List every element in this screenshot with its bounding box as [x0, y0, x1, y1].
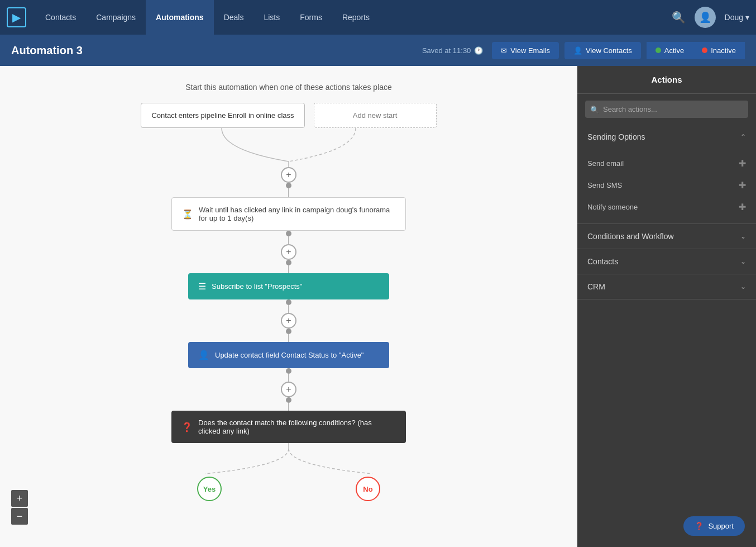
line-5 [288, 334, 289, 342]
zoom-out-button[interactable]: − [11, 508, 28, 525]
list-icon: ☰ [198, 281, 206, 292]
no-branch[interactable]: No [356, 477, 380, 501]
nav-right: 🔍 👤 Doug ▾ [672, 7, 749, 28]
inactive-dot [702, 47, 707, 53]
dot-6 [286, 368, 291, 374]
line-1 [288, 188, 289, 197]
right-panel: Actions 🔍 Sending Options ⌃ Send email ✚… [577, 66, 756, 547]
add-step-1[interactable]: + [281, 167, 296, 183]
nav-automations[interactable]: Automations [146, 0, 214, 35]
search-icon[interactable]: 🔍 [672, 11, 686, 24]
send-sms-item[interactable]: Send SMS ✚ [577, 174, 756, 196]
connector-4: + [281, 368, 296, 411]
chevron-down-icon: ⌄ [740, 283, 746, 291]
top-nav: ▶ Contacts Campaigns Automations Deals L… [0, 0, 756, 35]
line-7 [288, 403, 289, 411]
add-step-3[interactable]: + [281, 313, 296, 329]
person-icon: 👤 [198, 350, 209, 360]
add-step-2[interactable]: + [281, 244, 296, 260]
sending-options-header[interactable]: Sending Options ⌃ [577, 125, 756, 149]
branch-row: Yes No [197, 477, 380, 501]
chevron-down-icon: ⌄ [740, 232, 746, 240]
main-layout: Start this automation when one of these … [0, 66, 756, 547]
search-actions-input[interactable] [585, 101, 748, 118]
saved-info: Saved at 11:30 🕐 [422, 46, 483, 55]
sending-options-section: Sending Options ⌃ Send email ✚ Send SMS … [577, 125, 756, 224]
sending-options-body: Send email ✚ Send SMS ✚ Notify someone ✚ [577, 149, 756, 223]
send-email-item[interactable]: Send email ✚ [577, 153, 756, 174]
contacts-icon: 👤 [573, 46, 582, 55]
connector-3: + [281, 299, 296, 342]
drag-handle-icon: ✚ [739, 180, 746, 191]
start-triggers: Contact enters pipeline Enroll in online… [141, 103, 436, 128]
search-actions: 🔍 [585, 101, 748, 118]
dot-1 [286, 183, 291, 188]
zoom-in-button[interactable]: + [11, 490, 28, 507]
active-dot [655, 47, 661, 53]
conditions-workflow-header[interactable]: Conditions and Workflow ⌄ [577, 224, 756, 249]
question-icon: ❓ [181, 422, 193, 432]
update-node[interactable]: 👤 Update contact field Contact Status to… [188, 342, 389, 368]
contacts-header[interactable]: Contacts ⌄ [577, 249, 756, 274]
trigger-box-1[interactable]: Contact enters pipeline Enroll in online… [141, 103, 304, 128]
panel-title: Actions [577, 66, 756, 94]
header-actions: ✉ View Emails 👤 View Contacts Active Ina… [492, 42, 745, 59]
line-3 [288, 265, 289, 273]
dot-4 [286, 299, 291, 305]
add-step-4[interactable]: + [281, 382, 296, 397]
nav-campaigns[interactable]: Campaigns [86, 0, 146, 35]
zoom-controls: + − [11, 490, 28, 525]
user-menu[interactable]: Doug ▾ [725, 13, 749, 22]
chevron-down-icon: ⌄ [740, 258, 746, 265]
nav-lists[interactable]: Lists [253, 0, 290, 35]
status-group: Active Inactive [647, 42, 745, 59]
nav-reports[interactable]: Reports [332, 0, 380, 35]
line-4 [288, 305, 289, 313]
flow-instruction: Start this automation when one of these … [185, 83, 392, 92]
flow-container: Start this automation when one of these … [0, 66, 577, 547]
nav-links: Contacts Campaigns Automations Deals Lis… [35, 0, 672, 35]
yes-branch[interactable]: Yes [197, 477, 222, 501]
avatar: 👤 [695, 7, 716, 28]
drag-handle-icon: ✚ [739, 158, 746, 169]
view-emails-button[interactable]: ✉ View Emails [492, 42, 559, 59]
active-status-button[interactable]: Active [647, 42, 693, 59]
merge-svg [155, 128, 423, 167]
dot-7 [286, 397, 291, 403]
drag-handle-icon: ✚ [739, 202, 746, 212]
condition-node[interactable]: ❓ Does the contact match the following c… [171, 411, 406, 443]
crm-section: CRM ⌄ [577, 274, 756, 299]
crm-header[interactable]: CRM ⌄ [577, 274, 756, 299]
conditions-workflow-section: Conditions and Workflow ⌄ [577, 224, 756, 249]
nav-contacts[interactable]: Contacts [35, 0, 86, 35]
notify-someone-item[interactable]: Notify someone ✚ [577, 196, 756, 218]
contacts-section: Contacts ⌄ [577, 249, 756, 274]
add-new-start[interactable]: Add new start [314, 103, 437, 128]
chevron-up-icon: ⌃ [740, 133, 746, 141]
email-icon: ✉ [501, 46, 507, 55]
inactive-status-button[interactable]: Inactive [693, 42, 745, 59]
wait-node[interactable]: ⏳ Wait until has clicked any link in cam… [171, 197, 406, 231]
connector-2: + [281, 231, 296, 273]
help-icon: ❓ [695, 522, 704, 530]
automation-canvas: Start this automation when one of these … [0, 66, 577, 547]
support-button[interactable]: ❓ Support [683, 516, 745, 536]
subscribe-node[interactable]: ☰ Subscribe to list "Prospects" [188, 273, 389, 299]
clock-node-icon: ⏳ [182, 209, 193, 220]
sub-header: Automation 3 Saved at 11:30 🕐 ✉ View Ema… [0, 35, 756, 66]
branch-svg [149, 443, 428, 477]
page-title: Automation 3 [11, 44, 413, 57]
dot-3 [286, 260, 291, 265]
line-2 [288, 236, 289, 244]
connector-1: + [281, 167, 296, 197]
line-6 [288, 374, 289, 382]
nav-deals[interactable]: Deals [214, 0, 254, 35]
nav-forms[interactable]: Forms [290, 0, 332, 35]
clock-icon: 🕐 [474, 46, 483, 55]
dot-2 [286, 231, 291, 236]
nav-toggle-button[interactable]: ▶ [7, 7, 26, 27]
search-panel-icon: 🔍 [590, 105, 599, 113]
dot-5 [286, 329, 291, 334]
view-contacts-button[interactable]: 👤 View Contacts [564, 42, 641, 59]
